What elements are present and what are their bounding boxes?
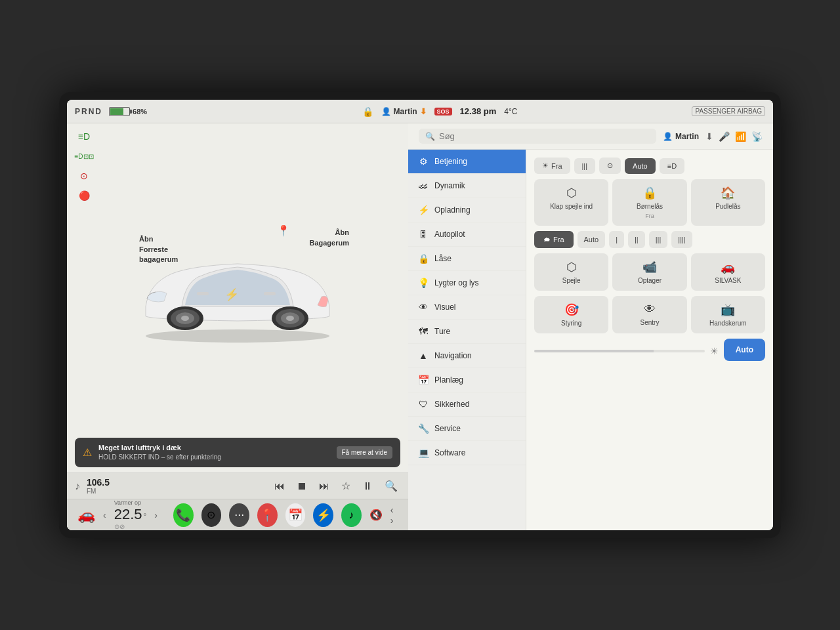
music-icon: ♪ bbox=[75, 480, 80, 492]
wiper-speed1-btn[interactable]: | bbox=[609, 231, 624, 248]
lygter-label: Lygter og lys bbox=[434, 278, 479, 287]
settings-item-laase[interactable]: 🔒 Låse bbox=[408, 247, 526, 271]
settings-item-dynamik[interactable]: 🏎 Dynamik bbox=[408, 174, 526, 198]
alert-more-btn[interactable]: Få mere at vide bbox=[337, 446, 392, 459]
phone-icon[interactable]: 📞 bbox=[173, 503, 194, 527]
mirror-icon: ⬡ bbox=[566, 186, 577, 200]
car-wash-btn[interactable]: 🚗 SILVASK bbox=[691, 253, 765, 291]
light-fra-btn[interactable]: ☀ Fra bbox=[534, 158, 570, 174]
search-box[interactable]: 🔍 bbox=[419, 129, 656, 144]
mirror-view-icon: ⬡ bbox=[566, 260, 577, 274]
settings-item-navigation[interactable]: ▲ Navigation bbox=[408, 344, 526, 368]
mirror-fold-btn[interactable]: ⬡ Klap spejle ind bbox=[534, 179, 608, 226]
status-time: 12.38 pm bbox=[460, 106, 497, 116]
main-content: ≡D ≡D⊡⊡ ⊙ 🔴 Åbn Forreste bagagerum 📍 bbox=[67, 123, 773, 530]
more-icon[interactable]: ··· bbox=[229, 503, 249, 527]
childlock-icon: 🔒 bbox=[642, 186, 657, 200]
svg-point-4 bbox=[181, 316, 189, 321]
settings-item-lygter[interactable]: 💡 Lygter og lys bbox=[408, 271, 526, 295]
bottom-bar: 🚗 ‹ Varmer op 22.5 ° ⊙⊘ › bbox=[67, 499, 408, 530]
steering-btn[interactable]: 🎯 Styring bbox=[534, 296, 608, 333]
wiper-speed3-btn[interactable]: ||| bbox=[649, 231, 668, 248]
media-type: FM bbox=[87, 488, 265, 495]
recorder-btn[interactable]: 📹 Optager bbox=[612, 253, 686, 291]
equalizer-btn[interactable]: ⏸ bbox=[360, 478, 375, 495]
wiper-auto-btn[interactable]: Auto bbox=[578, 231, 606, 248]
passenger-airbag-icon: PASSENGER AIRBAG bbox=[692, 106, 765, 116]
prev-btn[interactable]: ⏮ bbox=[272, 478, 287, 495]
settings-item-visuel[interactable]: 👁 Visuel bbox=[408, 295, 526, 320]
settings-item-service[interactable]: 🔧 Service bbox=[408, 417, 526, 441]
media-freq: 106.5 bbox=[87, 477, 265, 488]
download-icon: ⬇ bbox=[420, 107, 427, 116]
camera-dot-icon[interactable]: ⊙ bbox=[201, 503, 222, 527]
settings-item-software[interactable]: 💻 Software bbox=[408, 441, 526, 465]
auto-brightness-btn[interactable]: Auto bbox=[724, 339, 765, 361]
temp-unit: ° bbox=[144, 512, 147, 521]
car-icon: 🚗 bbox=[77, 507, 95, 524]
sentry-btn[interactable]: 👁 Sentry bbox=[612, 296, 686, 333]
wiper-speed2-btn[interactable]: || bbox=[628, 231, 645, 248]
poodle-icon: 🏠 bbox=[721, 186, 735, 200]
search-input[interactable] bbox=[439, 131, 518, 141]
next-btn[interactable]: ⏭ bbox=[316, 478, 332, 495]
status-user: 👤 Martin ⬇ bbox=[381, 107, 427, 116]
settings-item-betjening[interactable]: ⚙ Betjening bbox=[408, 150, 526, 174]
left-arrow: ‹ bbox=[103, 510, 106, 520]
opladning-label: Opladning bbox=[434, 205, 471, 215]
right-body: ⚙ Betjening 🏎 Dynamik ⚡ Opladning 🎛 bbox=[408, 150, 773, 530]
status-bar: PRND 68% 🔒 👤 Martin ⬇ SOS 12.38 pm 4°C bbox=[67, 100, 773, 123]
maps-icon[interactable]: 📍 bbox=[257, 503, 278, 527]
light-circle-btn[interactable]: ⊙ bbox=[599, 158, 621, 174]
right-header: 🔍 👤 Martin ⬇ 🎤 📶 📡 bbox=[408, 123, 773, 150]
settings-item-opladning[interactable]: ⚡ Opladning bbox=[408, 198, 526, 222]
sentry-label: Sentry bbox=[640, 319, 660, 326]
svg-point-0 bbox=[146, 329, 329, 343]
light-bars-btn[interactable]: ||| bbox=[574, 158, 596, 174]
header-icons: ⬇ 🎤 📶 📡 bbox=[705, 131, 763, 142]
wiper-icon: 🌧 bbox=[543, 236, 551, 243]
childlock-btn[interactable]: 🔒 Børnelås Fra bbox=[612, 179, 686, 226]
light-auto-btn[interactable]: Auto bbox=[625, 158, 656, 174]
wiper-fra-btn[interactable]: 🌧 Fra bbox=[534, 231, 574, 248]
laase-icon: 🔒 bbox=[417, 253, 429, 264]
temp-control: Varmer op 22.5 ° ⊙⊘ bbox=[114, 499, 147, 530]
header-user-name: Martin bbox=[675, 132, 699, 141]
settings-item-sikkerhed[interactable]: 🛡 Sikkerhed bbox=[408, 392, 526, 417]
status-center: 🔒 👤 Martin ⬇ SOS 12.38 pm 4°C bbox=[193, 106, 686, 117]
settings-item-ture[interactable]: 🗺 Ture bbox=[408, 320, 526, 344]
wiper-speed4-btn[interactable]: |||| bbox=[671, 231, 692, 248]
betjening-icon: ⚙ bbox=[417, 156, 429, 167]
user-name: Martin bbox=[394, 107, 417, 116]
brightness-slider[interactable] bbox=[534, 350, 705, 352]
settings-item-autopilot[interactable]: 🎛 Autopilot bbox=[408, 222, 526, 247]
poodle-lock-btn[interactable]: 🏠 Pudlelås bbox=[691, 179, 765, 226]
media-info: 106.5 FM bbox=[87, 477, 265, 495]
stop-btn[interactable]: ⏹ bbox=[294, 478, 310, 495]
open-trunk-label[interactable]: Åbn Bagagerum bbox=[309, 228, 349, 248]
calendar-icon[interactable]: 📅 bbox=[285, 503, 306, 527]
opladning-icon: ⚡ bbox=[417, 205, 429, 215]
alert-subtitle: HOLD SIKKERT IND – se efter punktering bbox=[98, 453, 330, 462]
svg-rect-10 bbox=[197, 292, 209, 295]
search-media-btn[interactable]: 🔍 bbox=[382, 477, 400, 495]
brightness-row: ☀ Auto bbox=[534, 339, 765, 361]
open-front-label[interactable]: Åbn Forreste bagagerum bbox=[139, 234, 178, 264]
spotify-icon[interactable]: ♪ bbox=[341, 503, 362, 527]
car-image: Åbn Forreste bagagerum 📍 Åbn Bagagerum bbox=[119, 215, 356, 346]
bluetooth-icon[interactable]: ⚡ bbox=[313, 503, 333, 527]
glovebox-btn[interactable]: 📺 Handskerum bbox=[691, 296, 765, 333]
favorites-btn[interactable]: ☆ bbox=[339, 477, 353, 495]
mirror-fold-label: Klap spejle ind bbox=[550, 203, 593, 210]
temp-label: Varmer op bbox=[114, 499, 147, 506]
volume-icon[interactable]: 🔇 bbox=[369, 509, 383, 521]
navigation-icon: ▲ bbox=[417, 350, 429, 361]
autopilot-label: Autopilot bbox=[434, 230, 465, 239]
light-beam-btn[interactable]: ≡D bbox=[660, 158, 684, 174]
poodle-label: Pudlelås bbox=[715, 203, 740, 210]
media-bar: ♪ 106.5 FM ⏮ ⏹ ⏭ ☆ ⏸ 🔍 bbox=[67, 472, 408, 499]
status-temp: 4°C bbox=[504, 107, 517, 116]
steering-icon: 🎯 bbox=[564, 303, 579, 317]
settings-item-planlaeg[interactable]: 📅 Planlæg bbox=[408, 368, 526, 392]
mirror-view-btn[interactable]: ⬡ Spejle bbox=[534, 253, 608, 291]
